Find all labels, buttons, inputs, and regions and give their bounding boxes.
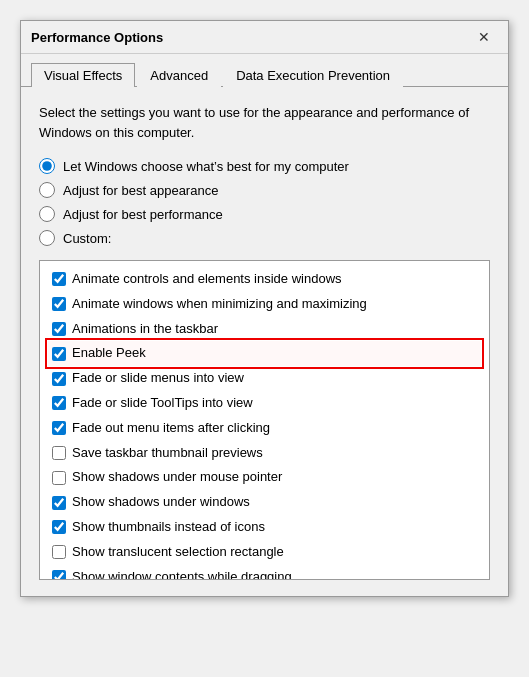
tab-data-execution[interactable]: Data Execution Prevention [223,63,403,87]
checkbox-input-1[interactable] [52,297,66,311]
checkbox-item-10[interactable]: Show thumbnails instead of icons [48,515,481,540]
checkbox-input-0[interactable] [52,272,66,286]
checkbox-list: Animate controls and elements inside win… [39,260,490,580]
radio-option-2[interactable]: Adjust for best performance [39,206,490,222]
checkbox-item-2[interactable]: Animations in the taskbar [48,317,481,342]
radio-input-2[interactable] [39,206,55,222]
radio-input-3[interactable] [39,230,55,246]
checkbox-input-10[interactable] [52,520,66,534]
checkbox-item-1[interactable]: Animate windows when minimizing and maxi… [48,292,481,317]
checkbox-label-12: Show window contents while dragging [72,567,292,580]
checkbox-label-10: Show thumbnails instead of icons [72,517,265,538]
checkbox-item-7[interactable]: Save taskbar thumbnail previews [48,441,481,466]
tab-visual-effects[interactable]: Visual Effects [31,63,135,87]
checkbox-item-3[interactable]: Enable Peek [48,341,481,366]
radio-label-1: Adjust for best appearance [63,183,218,198]
checkbox-input-9[interactable] [52,496,66,510]
description-text: Select the settings you want to use for … [39,103,490,142]
checkbox-label-1: Animate windows when minimizing and maxi… [72,294,367,315]
checkbox-item-9[interactable]: Show shadows under windows [48,490,481,515]
checkbox-input-2[interactable] [52,322,66,336]
checkbox-label-8: Show shadows under mouse pointer [72,467,282,488]
radio-label-2: Adjust for best performance [63,207,223,222]
checkbox-label-7: Save taskbar thumbnail previews [72,443,263,464]
checkbox-input-6[interactable] [52,421,66,435]
radio-input-0[interactable] [39,158,55,174]
checkbox-item-5[interactable]: Fade or slide ToolTips into view [48,391,481,416]
checkbox-item-12[interactable]: Show window contents while dragging [48,565,481,580]
checkbox-label-5: Fade or slide ToolTips into view [72,393,253,414]
radio-input-1[interactable] [39,182,55,198]
checkbox-item-0[interactable]: Animate controls and elements inside win… [48,267,481,292]
checkbox-label-0: Animate controls and elements inside win… [72,269,342,290]
checkbox-input-5[interactable] [52,396,66,410]
radio-group: Let Windows choose what’s best for my co… [39,158,490,246]
checkbox-item-11[interactable]: Show translucent selection rectangle [48,540,481,565]
checkbox-item-4[interactable]: Fade or slide menus into view [48,366,481,391]
checkbox-item-8[interactable]: Show shadows under mouse pointer [48,465,481,490]
window-title: Performance Options [31,30,163,45]
checkbox-label-6: Fade out menu items after clicking [72,418,270,439]
checkbox-label-2: Animations in the taskbar [72,319,218,340]
checkbox-label-11: Show translucent selection rectangle [72,542,284,563]
tab-content: Select the settings you want to use for … [21,87,508,596]
checkbox-label-3: Enable Peek [72,343,146,364]
radio-label-0: Let Windows choose what’s best for my co… [63,159,349,174]
checkbox-input-4[interactable] [52,372,66,386]
tab-bar: Visual Effects Advanced Data Execution P… [21,54,508,87]
title-bar: Performance Options ✕ [21,21,508,54]
checkbox-input-3[interactable] [52,347,66,361]
checkbox-input-11[interactable] [52,545,66,559]
radio-option-1[interactable]: Adjust for best appearance [39,182,490,198]
close-button[interactable]: ✕ [470,27,498,47]
radio-label-3: Custom: [63,231,111,246]
checkbox-label-4: Fade or slide menus into view [72,368,244,389]
tab-advanced[interactable]: Advanced [137,63,221,87]
performance-options-window: Performance Options ✕ Visual Effects Adv… [20,20,509,597]
radio-option-3[interactable]: Custom: [39,230,490,246]
checkbox-item-6[interactable]: Fade out menu items after clicking [48,416,481,441]
checkbox-input-7[interactable] [52,446,66,460]
checkbox-input-8[interactable] [52,471,66,485]
checkbox-input-12[interactable] [52,570,66,580]
radio-option-0[interactable]: Let Windows choose what’s best for my co… [39,158,490,174]
checkbox-label-9: Show shadows under windows [72,492,250,513]
